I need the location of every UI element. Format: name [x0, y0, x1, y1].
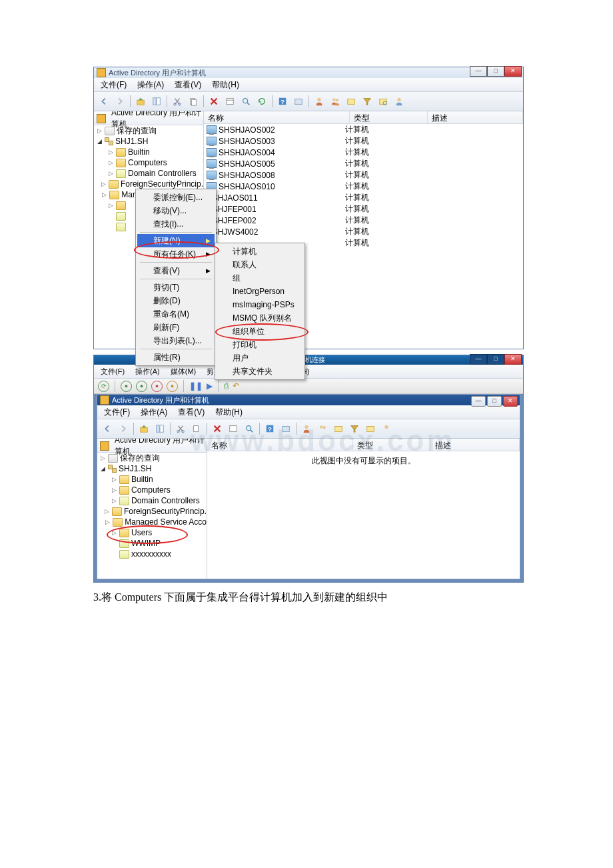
vlc-btn[interactable]: ●	[167, 381, 178, 392]
vlc-btn[interactable]: ●	[136, 381, 147, 392]
sub-shared-folder[interactable]: 共享文件夹	[217, 365, 303, 378]
list-item[interactable]: SHSHJAOS003计算机	[204, 135, 523, 147]
list-item[interactable]: SHSHJAOS008计算机	[204, 169, 523, 181]
tree-item[interactable]: ▷Managed Service Acco	[97, 517, 207, 527]
user-icon[interactable]	[312, 94, 326, 109]
show-hide-button[interactable]	[153, 421, 167, 436]
group-icon[interactable]	[315, 421, 330, 436]
filter-button[interactable]	[347, 421, 362, 436]
user-icon[interactable]	[299, 421, 314, 436]
properties-button[interactable]	[226, 421, 241, 436]
col-desc[interactable]: 描述	[428, 111, 523, 123]
misc-icon[interactable]	[379, 421, 394, 436]
refresh-button[interactable]	[255, 94, 269, 109]
tree-item-builtin[interactable]: ▷Builtin	[94, 147, 203, 157]
list-item[interactable]: SHSHJAOS005计算机	[204, 158, 523, 169]
tree-item-xxx[interactable]: xxxxxxxxxx	[97, 549, 207, 559]
menu-action[interactable]: 操作(A)	[137, 405, 171, 419]
tree-root[interactable]: Active Directory 用户和计算机	[97, 440, 207, 453]
menu-media[interactable]: 媒体(M)	[167, 365, 201, 378]
properties-button[interactable]	[223, 94, 237, 109]
close-button[interactable]: ✕	[504, 354, 522, 365]
vlc-btn[interactable]: ●	[151, 381, 163, 392]
ctx-properties[interactable]: 属性(R)	[137, 351, 215, 364]
tree-item[interactable]: ▷ForeignSecurityPrincip.	[97, 506, 207, 517]
tree-item[interactable]: ▷Computers	[97, 485, 207, 495]
titlebar[interactable]: Active Directory 用户和计算机	[97, 395, 520, 405]
list-item[interactable]: HSHJWS4002计算机	[204, 226, 523, 237]
tree-domain[interactable]: ◢SHJ1.SH	[97, 463, 207, 474]
snapshot-icon[interactable]: ⎙	[224, 381, 229, 391]
help-button[interactable]: ?	[263, 421, 277, 436]
col-desc[interactable]: 描述	[431, 439, 520, 451]
ctx-new[interactable]: 新建(N)▶	[137, 234, 215, 247]
maximize-button[interactable]: □	[487, 396, 502, 407]
minimize-button[interactable]: —	[471, 396, 486, 407]
vlc-btn[interactable]: ●	[121, 381, 132, 392]
cut-button[interactable]	[170, 94, 185, 109]
list-item[interactable]: SHSHJAOS004计算机	[204, 147, 523, 158]
ctx-cut[interactable]: 剪切(T)	[137, 281, 215, 294]
filter-button[interactable]	[360, 94, 374, 109]
list-item[interactable]: SHSHJAOS002计算机	[204, 124, 523, 135]
sub-printer[interactable]: 打印机	[217, 338, 303, 351]
sub-msmq[interactable]: MSMQ 队列别名	[217, 311, 303, 325]
menu-file[interactable]: 文件(F)	[97, 78, 131, 92]
list-item[interactable]: HSHJAOS011计算机	[204, 192, 523, 203]
up-button[interactable]	[137, 421, 151, 436]
back-button[interactable]	[100, 421, 115, 436]
sub-ou[interactable]: 组织单位	[217, 325, 303, 338]
menu-help[interactable]: 帮助(H)	[211, 405, 247, 419]
copy-button[interactable]	[189, 421, 204, 436]
menu-action[interactable]: 操作(A)	[131, 365, 164, 378]
minimize-button[interactable]: —	[470, 354, 487, 365]
ctx-move[interactable]: 移动(V)...	[137, 204, 215, 217]
up-button[interactable]	[133, 94, 148, 109]
list-item[interactable]: SHSHJAOS010计算机	[204, 181, 523, 192]
help-button[interactable]: ?	[275, 94, 290, 109]
ctx-refresh[interactable]: 刷新(F)	[137, 321, 215, 334]
group-icon[interactable]	[328, 94, 342, 109]
list-item[interactable]: HSHJFEP002计算机	[204, 215, 523, 226]
tree-item[interactable]: ▷Domain Controllers	[97, 495, 207, 506]
misc-icon[interactable]	[392, 94, 406, 109]
col-type[interactable]: 类型	[350, 111, 428, 123]
col-type[interactable]: 类型	[353, 439, 431, 451]
menu-action[interactable]: 操作(A)	[133, 78, 168, 92]
menu-file[interactable]: 文件(F)	[97, 365, 129, 378]
close-button[interactable]: ✕	[503, 396, 518, 407]
col-name[interactable]: 名称	[204, 111, 350, 123]
vlc-btn[interactable]: ⟳	[98, 381, 109, 392]
find-button[interactable]	[242, 421, 257, 436]
ctx-all-tasks[interactable]: 所有任务(K)▶	[137, 247, 215, 261]
maximize-button[interactable]: □	[487, 66, 504, 77]
tree-item-dc[interactable]: ▷Domain Controllers	[94, 168, 203, 179]
col-name[interactable]: 名称	[207, 439, 353, 451]
ctx-rename[interactable]: 重命名(M)	[137, 307, 215, 321]
tree-root[interactable]: Active Directory 用户和计算机	[94, 113, 203, 125]
ou-icon[interactable]	[344, 94, 358, 109]
sub-user[interactable]: 用户	[217, 351, 303, 365]
forward-button[interactable]	[113, 94, 127, 109]
play-icon[interactable]: ▶	[207, 381, 213, 391]
menu-file[interactable]: 文件(F)	[100, 405, 134, 419]
ctx-view[interactable]: 查看(V)▶	[137, 264, 215, 277]
show-hide-button[interactable]	[149, 94, 164, 109]
sub-contact[interactable]: 联系人	[217, 258, 303, 271]
tree-item[interactable]: ▷Builtin	[97, 474, 207, 485]
tree-item-fsp[interactable]: ▷ForeignSecurityPrincip.	[94, 179, 203, 189]
find-button[interactable]	[239, 94, 253, 109]
back-button[interactable]	[97, 94, 111, 109]
ctx-delegate[interactable]: 委派控制(E)...	[137, 191, 215, 204]
titlebar[interactable]: Active Directory 用户和计算机 — □ ✕	[94, 67, 523, 78]
forward-button[interactable]	[116, 421, 131, 436]
container-button[interactable]	[279, 421, 293, 436]
ctx-delete[interactable]: 删除(D)	[137, 294, 215, 307]
pause-icon[interactable]: ❚❚	[189, 381, 203, 391]
delete-button[interactable]	[207, 94, 221, 109]
close-button[interactable]: ✕	[504, 66, 522, 77]
minimize-button[interactable]: —	[470, 66, 487, 77]
sub-group[interactable]: 组	[217, 271, 303, 285]
search-icon[interactable]	[376, 94, 390, 109]
search-icon[interactable]	[363, 421, 378, 436]
